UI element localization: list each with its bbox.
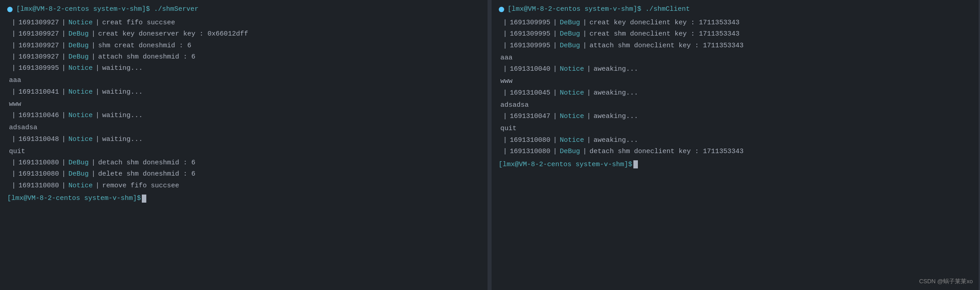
log-level: DeBug bbox=[560, 146, 580, 157]
pipe-char: | bbox=[95, 63, 99, 73]
pipe-char: | bbox=[503, 41, 507, 51]
log-entry: |1691310080 | DeBug | delete shm doneshm… bbox=[7, 169, 480, 179]
log-level: Notice bbox=[560, 135, 584, 145]
log-entry: |1691310047 | Notice | aweaking... bbox=[499, 111, 972, 122]
log-timestamp: 1691310045 bbox=[510, 88, 551, 98]
log-timestamp: 1691310041 bbox=[18, 87, 59, 97]
pipe-char: | bbox=[503, 135, 507, 145]
plain-text-line: adsadsa bbox=[7, 122, 480, 133]
log-level: Notice bbox=[68, 87, 93, 97]
pipe-char: | bbox=[503, 29, 507, 39]
log-message: detach shm doneshmid : 6 bbox=[98, 158, 195, 168]
pipe-char: | bbox=[587, 111, 591, 122]
log-level: Notice bbox=[560, 111, 584, 122]
pipe-char: | bbox=[12, 52, 16, 62]
log-level: DeBug bbox=[560, 41, 580, 51]
pipe-char: | bbox=[91, 158, 95, 168]
pipe-char: | bbox=[583, 146, 587, 157]
pipe-char: | bbox=[583, 18, 587, 28]
log-entry: |1691309995 | DeBug | creat shm doneclie… bbox=[499, 29, 972, 39]
log-message: creat shm doneclient key : 1711353343 bbox=[590, 29, 740, 39]
pipe-char: | bbox=[95, 134, 99, 145]
plain-text-line: quit bbox=[499, 123, 972, 134]
pipe-char: | bbox=[503, 18, 507, 28]
log-message: creat key doneserver key : 0x66012dff bbox=[98, 29, 248, 39]
pipe-char: | bbox=[62, 52, 66, 62]
pipe-char: | bbox=[12, 181, 16, 191]
left-terminal: [lmx@VM-8-2-centos system-v-shm]$ ./shmS… bbox=[0, 0, 489, 290]
log-message: attach shm doneshmid : 6 bbox=[98, 52, 195, 62]
pipe-char: | bbox=[62, 134, 66, 145]
log-message: detach shm doneclient key : 1711353343 bbox=[590, 146, 744, 157]
right-footer-prompt: [lmx@VM-8-2-centos system-v-shm]$ bbox=[499, 161, 632, 168]
log-timestamp: 1691310080 bbox=[510, 135, 551, 145]
left-dot-indicator bbox=[7, 7, 13, 12]
log-message: waiting... bbox=[102, 110, 143, 121]
log-timestamp: 1691310047 bbox=[510, 111, 551, 122]
pipe-char: | bbox=[12, 169, 16, 179]
log-level: Notice bbox=[68, 134, 93, 145]
pipe-char: | bbox=[503, 146, 507, 157]
right-log-area: |1691309995 | DeBug | creat key doneclie… bbox=[499, 18, 972, 157]
log-entry: |1691310080 | DeBug | detach shm donecli… bbox=[499, 146, 972, 157]
right-dot-indicator bbox=[499, 7, 504, 12]
pipe-char: | bbox=[553, 29, 557, 39]
log-level: Notice bbox=[560, 88, 584, 98]
pipe-char: | bbox=[503, 64, 507, 74]
pipe-char: | bbox=[62, 169, 66, 179]
plain-text-line: www bbox=[499, 76, 972, 86]
plain-text-line: adsadsa bbox=[499, 100, 972, 110]
log-message: remove fifo succsee bbox=[102, 181, 179, 191]
log-entry: |1691310048 | Notice | waiting... bbox=[7, 134, 480, 145]
pipe-char: | bbox=[12, 110, 16, 121]
log-message: aweaking... bbox=[594, 111, 638, 122]
pipe-char: | bbox=[587, 64, 591, 74]
pipe-char: | bbox=[62, 41, 66, 51]
log-entry: |1691309927 | DeBug | attach shm doneshm… bbox=[7, 52, 480, 62]
pipe-char: | bbox=[91, 169, 95, 179]
log-entry: |1691309995 | DeBug | attach shm donecli… bbox=[499, 41, 972, 51]
pipe-char: | bbox=[95, 87, 99, 97]
plain-text-line: aaa bbox=[499, 53, 972, 63]
pipe-char: | bbox=[62, 29, 66, 39]
pipe-char: | bbox=[62, 110, 66, 121]
log-entry: |1691310080 | DeBug | detach shm doneshm… bbox=[7, 158, 480, 168]
left-footer: [lmx@VM-8-2-centos system-v-shm]$ bbox=[7, 195, 480, 203]
pipe-char: | bbox=[553, 88, 557, 98]
log-entry: |1691310080 | Notice | aweaking... bbox=[499, 135, 972, 145]
pipe-char: | bbox=[95, 18, 99, 28]
log-timestamp: 1691310080 bbox=[18, 181, 59, 191]
log-level: Notice bbox=[560, 64, 584, 74]
left-prompt: [lmx@VM-8-2-centos system-v-shm]$ ./shmS… bbox=[16, 5, 199, 13]
pipe-char: | bbox=[587, 88, 591, 98]
log-timestamp: 1691309995 bbox=[510, 29, 551, 39]
log-message: aweaking... bbox=[594, 88, 638, 98]
pipe-char: | bbox=[553, 146, 557, 157]
left-terminal-header: [lmx@VM-8-2-centos system-v-shm]$ ./shmS… bbox=[7, 5, 480, 13]
log-message: creat key doneclient key : 1711353343 bbox=[590, 18, 740, 28]
log-timestamp: 1691309995 bbox=[18, 63, 59, 73]
log-message: attach shm doneclient key : 1711353343 bbox=[590, 41, 744, 51]
log-level: DeBug bbox=[68, 52, 89, 62]
pipe-char: | bbox=[12, 134, 16, 145]
log-level: Notice bbox=[68, 63, 93, 73]
log-message: aweaking... bbox=[594, 135, 638, 145]
log-message: waiting... bbox=[102, 87, 143, 97]
log-timestamp: 1691309927 bbox=[18, 18, 59, 28]
log-level: DeBug bbox=[68, 41, 89, 51]
pipe-char: | bbox=[12, 87, 16, 97]
pipe-char: | bbox=[503, 88, 507, 98]
log-timestamp: 1691309927 bbox=[18, 41, 59, 51]
pipe-char: | bbox=[583, 29, 587, 39]
plain-text-line: quit bbox=[7, 146, 480, 157]
right-prompt: [lmx@VM-8-2-centos system-v-shm]$ ./shmC… bbox=[508, 5, 690, 13]
pipe-char: | bbox=[587, 135, 591, 145]
log-message: shm creat doneshmid : 6 bbox=[98, 41, 191, 51]
log-entry: |1691309995 | DeBug | creat key doneclie… bbox=[499, 18, 972, 28]
pipe-char: | bbox=[12, 158, 16, 168]
log-timestamp: 1691310080 bbox=[510, 146, 551, 157]
log-level: Notice bbox=[68, 110, 93, 121]
pipe-char: | bbox=[62, 18, 66, 28]
pipe-char: | bbox=[91, 29, 95, 39]
pipe-char: | bbox=[95, 110, 99, 121]
